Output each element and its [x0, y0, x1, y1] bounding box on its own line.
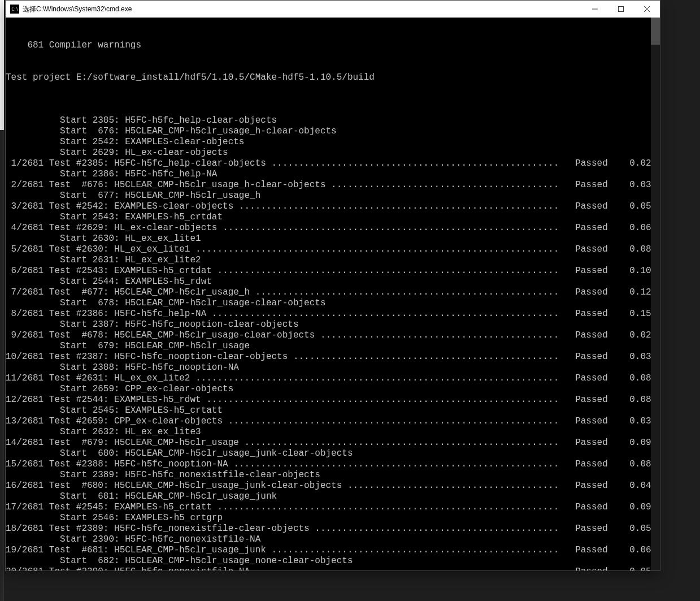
ctest-start-line: Start 2631: HL_ex_ex_lite2 — [6, 255, 660, 266]
titlebar[interactable]: C:\ 选择C:\Windows\System32\cmd.exe — [6, 1, 660, 18]
ctest-result-line: 20/2681 Test #2390: H5FC-h5fc_nonexistfi… — [6, 567, 660, 570]
ctest-result-line: 15/2681 Test #2388: H5FC-h5fc_nooption-N… — [6, 459, 660, 470]
close-button[interactable] — [634, 1, 660, 18]
ctest-result-line: 14/2681 Test #679: H5CLEAR_CMP-h5clr_usa… — [6, 438, 660, 448]
ctest-result-line: 3/2681 Test #2542: EXAMPLES-clear-object… — [6, 201, 660, 212]
cmd-app-icon: C:\ — [10, 5, 19, 14]
ctest-result-line: 11/2681 Test #2631: HL_ex_ex_lite2 .....… — [6, 373, 660, 384]
ctest-result-line: 18/2681 Test #2389: H5FC-h5fc_nonexistfi… — [6, 524, 660, 534]
scroll-thumb[interactable] — [651, 18, 660, 45]
vertical-scrollbar[interactable] — [651, 18, 660, 570]
ctest-start-line: Start 2545: EXAMPLES-h5_crtatt — [6, 405, 660, 416]
window-title: 选择C:\Windows\System32\cmd.exe — [23, 5, 132, 14]
maximize-button[interactable] — [608, 1, 634, 18]
ctest-start-line: Start 681: H5CLEAR_CMP-h5clr_usage_junk — [6, 491, 660, 502]
project-line: Test project E:/software_install/hdf5/1.… — [6, 72, 660, 83]
ctest-start-line: Start 2544: EXAMPLES-h5_rdwt — [6, 276, 660, 287]
ctest-result-line: 19/2681 Test #681: H5CLEAR_CMP-h5clr_usa… — [6, 545, 660, 556]
ctest-start-line: Start 676: H5CLEAR_CMP-h5clr_usage_h-cle… — [6, 126, 660, 137]
ctest-result-line: 16/2681 Test #680: H5CLEAR_CMP-h5clr_usa… — [6, 481, 660, 491]
ctest-start-line: Start 2387: H5FC-h5fc_nooption-clear-obj… — [6, 319, 660, 330]
ctest-start-line: Start 678: H5CLEAR_CMP-h5clr_usage-clear… — [6, 298, 660, 309]
editor-gutter-light — [0, 0, 4, 130]
ctest-start-line: Start 2385: H5FC-h5fc_help-clear-objects — [6, 115, 660, 126]
ctest-start-line: Start 2543: EXAMPLES-h5_crtdat — [6, 212, 660, 223]
ctest-start-line: Start 2629: HL_ex-clear-objects — [6, 148, 660, 158]
terminal-client-area[interactable]: 681 Compiler warnings Test project E:/so… — [6, 18, 660, 570]
ctest-result-line: 17/2681 Test #2545: EXAMPLES-h5_crtatt .… — [6, 502, 660, 513]
ctest-start-line: Start 682: H5CLEAR_CMP-h5clr_usage_none-… — [6, 556, 660, 567]
warnings-line: 681 Compiler warnings — [6, 40, 660, 51]
ctest-result-line: 4/2681 Test #2629: HL_ex-clear-objects .… — [6, 223, 660, 234]
terminal-output: 681 Compiler warnings Test project E:/so… — [6, 18, 660, 570]
ctest-start-line: Start 2388: H5FC-h5fc_nooption-NA — [6, 362, 660, 373]
ctest-result-line: 12/2681 Test #2544: EXAMPLES-h5_rdwt ...… — [6, 395, 660, 405]
ctest-result-line: 5/2681 Test #2630: HL_ex_ex_lite1 ......… — [6, 244, 660, 255]
cmd-window: C:\ 选择C:\Windows\System32\cmd.exe 681 Co… — [6, 1, 660, 570]
minimize-button[interactable] — [582, 1, 608, 18]
ctest-start-line: Start 679: H5CLEAR_CMP-h5clr_usage — [6, 341, 660, 352]
ctest-start-line: Start 2542: EXAMPLES-clear-objects — [6, 137, 660, 148]
ctest-result-line: 8/2681 Test #2386: H5FC-h5fc_help-NA ...… — [6, 309, 660, 319]
ctest-start-line: Start 2632: HL_ex_ex_lite3 — [6, 427, 660, 438]
ctest-start-line: Start 2390: H5FC-h5fc_nonexistfile-NA — [6, 534, 660, 545]
ctest-start-line: Start 2546: EXAMPLES-h5_crtgrp — [6, 513, 660, 524]
ctest-start-line: Start 2389: H5FC-h5fc_nonexistfile-clear… — [6, 470, 660, 481]
ctest-result-line: 1/2681 Test #2385: H5FC-h5fc_help-clear-… — [6, 158, 660, 169]
ctest-result-line: 10/2681 Test #2387: H5FC-h5fc_nooption-c… — [6, 352, 660, 362]
ctest-start-line: Start 677: H5CLEAR_CMP-h5clr_usage_h — [6, 191, 660, 201]
ctest-result-line: 13/2681 Test #2659: CPP_ex-clear-objects… — [6, 416, 660, 427]
ctest-result-line: 2/2681 Test #676: H5CLEAR_CMP-h5clr_usag… — [6, 180, 660, 191]
svg-rect-0 — [619, 7, 624, 12]
ctest-start-line: Start 2630: HL_ex_ex_lite1 — [6, 234, 660, 244]
ctest-start-line: Start 2386: H5FC-h5fc_help-NA — [6, 169, 660, 180]
ctest-result-line: 7/2681 Test #677: H5CLEAR_CMP-h5clr_usag… — [6, 287, 660, 298]
ctest-start-line: Start 680: H5CLEAR_CMP-h5clr_usage_junk-… — [6, 448, 660, 459]
ctest-result-line: 9/2681 Test #678: H5CLEAR_CMP-h5clr_usag… — [6, 330, 660, 341]
ctest-result-line: 6/2681 Test #2543: EXAMPLES-h5_crtdat ..… — [6, 266, 660, 276]
ctest-start-line: Start 2659: CPP_ex-clear-objects — [6, 384, 660, 395]
